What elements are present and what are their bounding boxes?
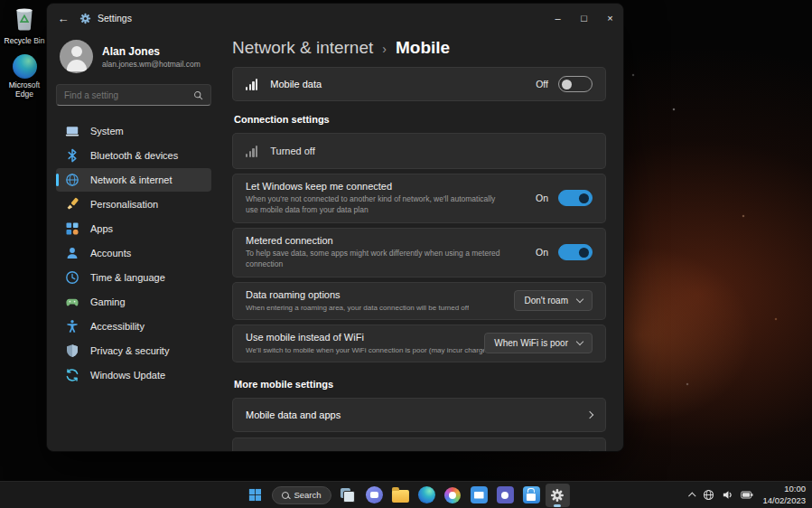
- sidebar-item-gaming[interactable]: Gaming: [56, 290, 211, 314]
- taskbar: Search: [0, 481, 812, 508]
- wifi-fallback-dropdown[interactable]: When WiFi is poor: [484, 333, 593, 353]
- roaming-description: When entering a roaming area, your data …: [246, 303, 469, 313]
- mail-button[interactable]: [467, 484, 491, 507]
- task-view-button[interactable]: [336, 484, 360, 507]
- sidebar-item-label: Accessibility: [90, 321, 145, 332]
- sidebar-item-label: Personalisation: [90, 199, 158, 210]
- sidebar-item-bluetooth-devices[interactable]: Bluetooth & devices: [56, 144, 211, 167]
- mobile-data-toggle[interactable]: [558, 76, 593, 92]
- metered-title: Metered connection: [246, 235, 509, 246]
- edge-icon: [13, 54, 37, 79]
- store-icon: [523, 486, 540, 503]
- edge-button[interactable]: [415, 484, 439, 507]
- apps-grid-icon: [65, 221, 79, 236]
- sidebar-item-personalisation[interactable]: Personalisation: [56, 193, 211, 216]
- breadcrumb-separator-icon: ›: [382, 40, 387, 56]
- brush-icon: [65, 197, 79, 212]
- metered-state: On: [536, 247, 548, 258]
- teams-icon: [497, 486, 514, 503]
- taskbar-center: Search: [242, 482, 569, 508]
- breadcrumb-parent[interactable]: Network & internet: [232, 38, 373, 58]
- user-profile[interactable]: Alan Jones alan.jones.wm@hotmail.com: [56, 33, 211, 84]
- mobile-data-state: Off: [536, 79, 548, 89]
- sidebar-item-label: Time & language: [90, 272, 165, 283]
- taskbar-search[interactable]: Search: [271, 486, 331, 504]
- cellular-signal-off-icon: [246, 146, 257, 157]
- clock-time: 10:00: [762, 484, 806, 494]
- sidebar-item-label: System: [90, 126, 124, 136]
- back-arrow-icon: ←: [58, 12, 70, 25]
- maximize-icon: □: [581, 13, 587, 24]
- data-roaming-card: Data roaming options When entering a roa…: [232, 282, 606, 320]
- sidebar-item-windows-update[interactable]: Windows Update: [56, 363, 211, 387]
- search-input[interactable]: [64, 90, 188, 100]
- shield-icon: [65, 343, 79, 358]
- sidebar-item-label: Accounts: [90, 248, 131, 259]
- minimize-icon: –: [555, 13, 560, 24]
- wifi-fallback-title: Use mobile instead of WiFi: [246, 332, 484, 343]
- mobile-data-and-apps-link[interactable]: Mobile data and apps: [232, 398, 606, 432]
- sidebar-item-apps[interactable]: Apps: [56, 217, 211, 240]
- mobile-data-card: Mobile data Off: [232, 67, 606, 101]
- person-icon: [65, 246, 79, 260]
- sidebar-item-label: Apps: [90, 223, 113, 234]
- settings-search[interactable]: [56, 84, 211, 106]
- desktop-icon-label: Recycle Bin: [5, 36, 45, 45]
- taskbar-clock[interactable]: 10:00 14/02/2023: [761, 484, 806, 506]
- clock-icon: [65, 270, 79, 285]
- volume-icon[interactable]: [722, 489, 733, 501]
- globe-icon: [65, 173, 79, 187]
- turned-off-label: Turned off: [270, 146, 315, 156]
- wifi-fallback-description: We'll switch to mobile when your WiFi co…: [246, 345, 484, 355]
- sidebar-item-privacy-security[interactable]: Privacy & security: [56, 339, 211, 362]
- desktop-icon-recycle-bin[interactable]: Recycle Bin: [2, 4, 47, 45]
- store-button[interactable]: [519, 484, 544, 507]
- avatar: [60, 40, 93, 73]
- desktop: Recycle Bin Microsoft Edge ←: [0, 0, 812, 508]
- sidebar-item-accessibility[interactable]: Accessibility: [56, 315, 211, 338]
- file-explorer-button[interactable]: [388, 484, 413, 507]
- mobile-data-label: Mobile data: [270, 79, 322, 89]
- settings-taskbar-button[interactable]: [546, 484, 570, 507]
- wifi-fallback-dropdown-value: When WiFi is poor: [494, 338, 568, 348]
- chevron-down-icon: [576, 296, 583, 303]
- close-button[interactable]: ×: [597, 4, 623, 33]
- metered-toggle[interactable]: [558, 244, 593, 260]
- keep-connected-card: Let Windows keep me connected When you'r…: [232, 174, 606, 223]
- minimize-button[interactable]: –: [545, 4, 571, 33]
- sidebar-item-label: Windows Update: [90, 370, 165, 381]
- clock-date: 14/02/2023: [762, 495, 806, 506]
- photos-button[interactable]: [441, 484, 465, 507]
- back-button[interactable]: ←: [47, 4, 79, 33]
- breadcrumb: Network & internet › Mobile: [232, 36, 606, 60]
- user-email: alan.jones.wm@hotmail.com: [102, 60, 201, 69]
- roaming-dropdown-value: Don't roam: [524, 296, 568, 306]
- sidebar-item-system[interactable]: System: [56, 119, 211, 143]
- chat-button[interactable]: [362, 484, 387, 507]
- keep-connected-toggle[interactable]: [558, 190, 593, 206]
- mobile-operator-settings-link[interactable]: Mobile operator settings: [232, 437, 606, 451]
- desktop-icon-microsoft-edge[interactable]: Microsoft Edge: [2, 54, 47, 99]
- photos-icon: [444, 487, 461, 503]
- metered-connection-card: Metered connection To help save data, so…: [232, 228, 606, 278]
- sidebar-item-network-internet[interactable]: Network & internet: [56, 168, 211, 192]
- chevron-down-icon: [576, 338, 583, 345]
- titlebar[interactable]: ← Settings – □ ×: [47, 4, 623, 33]
- sidebar-item-accounts[interactable]: Accounts: [56, 241, 211, 265]
- battery-icon[interactable]: [741, 491, 753, 499]
- search-icon: [281, 492, 288, 499]
- turned-off-status-card: Turned off: [232, 133, 606, 169]
- sidebar-item-time-language[interactable]: Time & language: [56, 266, 211, 289]
- hidden-icons-chevron-icon[interactable]: [689, 492, 696, 499]
- teams-button[interactable]: [493, 484, 518, 507]
- roaming-dropdown[interactable]: Don't roam: [514, 290, 593, 311]
- maximize-button[interactable]: □: [571, 4, 597, 33]
- edge-icon: [418, 486, 435, 503]
- page-title: Mobile: [396, 38, 450, 58]
- mobile-instead-wifi-card: Use mobile instead of WiFi We'll switch …: [232, 325, 606, 362]
- sidebar-item-label: Gaming: [90, 296, 126, 307]
- roaming-title: Data roaming options: [246, 289, 469, 300]
- start-button[interactable]: [242, 484, 266, 507]
- network-icon[interactable]: [703, 489, 714, 501]
- system-tray: 10:00 14/02/2023: [690, 482, 806, 508]
